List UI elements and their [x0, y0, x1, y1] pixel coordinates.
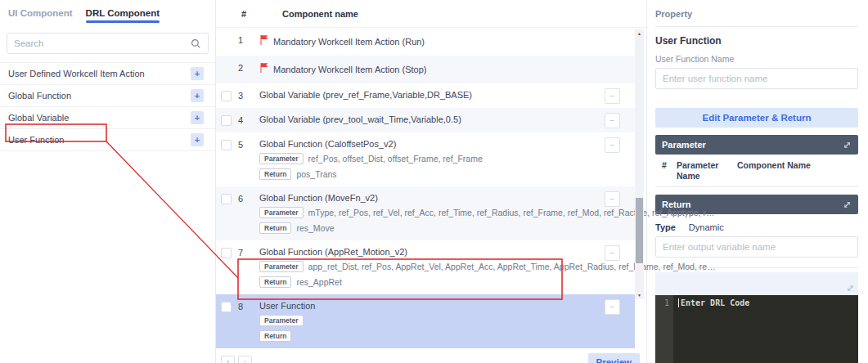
param-col-component-name: Component Name [737, 160, 858, 182]
add-icon[interactable]: + [191, 89, 204, 102]
remove-row-button[interactable]: − [605, 245, 620, 261]
row-index: 4 [238, 114, 259, 125]
drl-component-editor: UI Component DRL Component User Defined … [0, 0, 868, 363]
sidebar-item-global-variable[interactable]: Global Variable + [0, 107, 215, 129]
editor-line-number: 1 [655, 295, 673, 363]
sidebar-item-user-defined-workcell[interactable]: User Defined Workcell Item Action + [0, 63, 215, 85]
mandatory-flag-icon [259, 62, 268, 77]
edit-parameter-return-button[interactable]: Edit Parameter & Return [655, 108, 858, 128]
row-index: 7 [238, 247, 259, 258]
table-toolbar: ↑ ↓ Preview [216, 353, 646, 363]
sidebar-item-label: User Defined Workcell Item Action [8, 69, 145, 78]
return-values: pos_Trans [296, 169, 336, 179]
table-scrollbar[interactable]: ▲ ▼ [635, 29, 644, 299]
row-name: Global Variable (prev_ref_Frame,Variable… [259, 90, 597, 100]
row-index: 1 [238, 34, 259, 45]
table-row[interactable]: 1 Mandatory Workcell Item Action (Run) [216, 28, 635, 56]
expand-icon[interactable] [843, 200, 852, 209]
row-name: Mandatory Workcell Item Action (Stop) [273, 65, 426, 74]
table-row-selected[interactable]: 8 User Function Parameter Return − [216, 294, 635, 348]
return-badge: Return [259, 222, 291, 234]
mandatory-flag-icon [259, 34, 268, 49]
row-name: Mandatory Workcell Item Action (Run) [273, 37, 425, 47]
tab-drl-component[interactable]: DRL Component [86, 8, 160, 23]
add-icon[interactable]: + [191, 111, 204, 124]
user-function-name-input[interactable] [655, 68, 858, 89]
expand-icon[interactable] [846, 284, 855, 293]
row-index: 3 [238, 90, 259, 101]
return-values: res_Move [296, 223, 334, 233]
remove-row-button[interactable]: − [605, 88, 620, 104]
table-row[interactable]: 7 Global Function (AppRet_Motion_v2) Par… [216, 240, 635, 294]
parameter-table-header: # Parameter Name Component Name [655, 155, 858, 187]
parameter-badge: Parameter [259, 207, 304, 218]
expand-icon[interactable] [843, 141, 852, 150]
row-name: Global Variable (prev_tool_wait_Time,Var… [259, 114, 597, 124]
tab-ui-component[interactable]: UI Component [8, 8, 73, 23]
table-row[interactable]: 4 Global Variable (prev_tool_wait_Time,V… [216, 108, 635, 132]
component-sidebar: UI Component DRL Component User Defined … [0, 0, 216, 363]
return-values: res_AppRet [296, 277, 341, 287]
table-row[interactable]: 5 Global Function (CaloffsetPos_v2) Para… [216, 132, 635, 186]
table-row[interactable]: 6 Global Function (MoveFn_v2) Parameter … [216, 186, 635, 240]
drl-code-editor[interactable]: 1 Enter DRL Code [655, 295, 858, 363]
search-input[interactable] [14, 38, 191, 48]
table-header: # Component name [216, 0, 646, 28]
remove-row-button[interactable]: − [605, 137, 620, 153]
parameter-values: ref_Pos, offset_Dist, offset_Frame, ref_… [308, 154, 483, 164]
sidebar-item-label: Global Function [8, 91, 71, 101]
text-cursor [678, 298, 679, 307]
scroll-down-icon[interactable]: ▼ [635, 291, 644, 299]
property-panel: Property User Function User Function Nam… [646, 0, 868, 363]
row-name: Global Function (MoveFn_v2) [259, 193, 714, 203]
row-checkbox[interactable] [221, 302, 232, 312]
search-icon [191, 38, 201, 49]
parameter-section-title: Parameter [662, 140, 706, 150]
row-checkbox[interactable] [221, 140, 232, 150]
row-checkbox[interactable] [221, 194, 232, 204]
sidebar-tabs: UI Component DRL Component [0, 0, 215, 28]
row-checkbox[interactable] [221, 115, 232, 126]
parameter-badge: Parameter [259, 261, 304, 272]
add-icon[interactable]: + [191, 67, 204, 80]
property-panel-title: Property [655, 0, 858, 27]
return-badge: Return [259, 330, 291, 342]
column-header-index: # [241, 9, 263, 19]
column-header-name: Component name [282, 9, 358, 19]
row-index: 5 [238, 139, 259, 150]
remove-row-button[interactable]: − [605, 191, 620, 207]
sidebar-item-global-function[interactable]: Global Function + [0, 85, 215, 107]
component-list-panel: # Component name 1 Mandatory Workcell It… [216, 0, 646, 363]
remove-row-button[interactable]: − [605, 299, 620, 315]
move-down-button[interactable]: ↓ [238, 356, 252, 363]
sidebar-item-label: Global Variable [8, 113, 69, 123]
scrollbar-thumb[interactable] [636, 198, 643, 263]
move-up-button[interactable]: ↑ [221, 356, 235, 363]
row-name: User Function [259, 301, 597, 311]
scroll-up-icon[interactable]: ▲ [635, 29, 644, 38]
return-badge: Return [259, 276, 291, 288]
row-name: Global Function (AppRet_Motion_v2) [259, 247, 716, 257]
remove-row-button[interactable]: − [605, 113, 620, 128]
table-body: 1 Mandatory Workcell Item Action (Run) 2 [216, 28, 635, 348]
component-category-list: User Defined Workcell Item Action + Glob… [0, 62, 215, 151]
table-row[interactable]: 3 Global Variable (prev_ref_Frame,Variab… [216, 83, 635, 108]
return-badge: Return [259, 168, 291, 180]
add-icon[interactable]: + [191, 133, 204, 146]
row-checkbox[interactable] [221, 91, 232, 101]
editor-code-area[interactable]: Enter DRL Code [673, 295, 858, 363]
parameter-values: app_ret_Dist, ref_Pos, AppRet_Vel, AppRe… [308, 262, 716, 271]
sidebar-item-user-function[interactable]: User Function + [0, 129, 215, 151]
user-function-name-label: User Function Name [655, 54, 858, 64]
parameter-badge: Parameter [259, 153, 304, 164]
row-checkbox[interactable] [221, 248, 232, 258]
row-name: Global Function (CaloffsetPos_v2) [259, 139, 597, 149]
row-index: 8 [238, 301, 259, 311]
parameter-section-header: Parameter [655, 135, 858, 155]
table-row[interactable]: 2 Mandatory Workcell Item Action (Stop) [216, 56, 635, 83]
preview-button[interactable]: Preview [588, 353, 640, 363]
sidebar-item-label: User Function [8, 135, 64, 145]
param-col-index: # [662, 160, 677, 182]
search-box[interactable] [7, 33, 209, 54]
row-index: 2 [238, 62, 259, 73]
